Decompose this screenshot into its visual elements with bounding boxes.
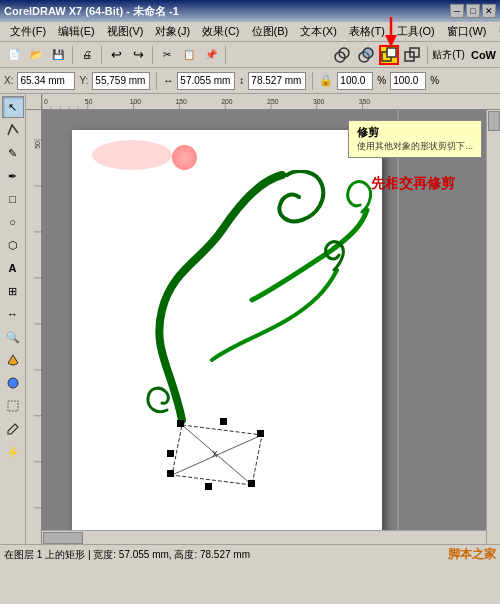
table-tool[interactable]: ⊞ [2,280,24,302]
freehand-tool[interactable]: ✎ [2,142,24,164]
svg-text:200: 200 [221,98,233,105]
new-btn[interactable]: 📄 [4,45,24,65]
svg-text:150: 150 [176,98,188,105]
percent-h: % [430,75,439,86]
smart-fill-tool[interactable] [2,372,24,394]
svg-rect-48 [257,430,264,437]
svg-rect-46 [177,420,184,427]
svg-rect-47 [220,418,227,425]
scale-w-input[interactable] [337,72,373,90]
trim-btn[interactable] [379,45,399,65]
sep2 [101,46,102,64]
rect-tool[interactable]: □ [2,188,24,210]
svg-point-3 [363,48,373,58]
x-label: X: [4,75,13,86]
selected-rectangle[interactable]: x [152,405,282,505]
menu-text[interactable]: 文本(X) [294,23,343,40]
paste-btn[interactable]: 📌 [201,45,221,65]
menu-bitmap[interactable]: 位图(B) [246,23,295,40]
menu-effects[interactable]: 效果(C) [196,23,245,40]
menu-object[interactable]: 对象(J) [149,23,196,40]
menu-view[interactable]: 视图(V) [101,23,150,40]
selected-object-area: x [152,405,282,505]
fill-tool[interactable] [2,349,24,371]
node-tool[interactable] [2,119,24,141]
menu-window[interactable]: 窗口(W) [441,23,493,40]
svg-text:350: 350 [359,98,371,105]
menu-edit[interactable]: 编辑(E) [52,23,101,40]
svg-rect-50 [167,470,174,477]
interactive-tool[interactable]: ⚡ [2,441,24,463]
svg-text:100: 100 [130,98,142,105]
y-label: Y: [79,75,88,86]
x-input[interactable] [17,72,75,90]
open-btn[interactable]: 📂 [26,45,46,65]
menu-file[interactable]: 文件(F) [4,23,52,40]
menu-bar: 文件(F) 编辑(E) 视图(V) 对象(J) 效果(C) 位图(B) 文本(X… [0,22,500,42]
menu-help[interactable]: 帮助(H) [493,23,501,40]
sep5 [427,46,428,64]
select-tool[interactable]: ↖ [2,96,24,118]
vine-artwork [102,170,372,430]
weld-btn[interactable] [331,44,353,66]
scroll-thumb-h[interactable] [43,532,83,544]
svg-rect-52 [205,483,212,490]
watermark: 脚本之家 [448,546,496,563]
scrollbar-vertical[interactable] [486,110,500,544]
canvas-scroll[interactable]: x 修剪 使用其他对象的形状剪切下... [42,110,500,544]
scale-h-input[interactable] [390,72,426,90]
status-bar: 在图层 1 上的矩形 | 宽度: 57.055 mm, 高度: 78.527 m… [0,544,500,564]
pink-circle [172,145,197,170]
zoom-tool[interactable]: 🔍 [2,326,24,348]
undo-btn[interactable]: ↩ [106,45,126,65]
svg-text:50: 50 [85,98,93,105]
minimize-button[interactable]: ─ [450,4,464,18]
text-tool[interactable]: A [2,257,24,279]
pen-tool[interactable]: ✒ [2,165,24,187]
svg-rect-49 [167,450,174,457]
document-page: x [72,130,382,544]
w-icon: ↔ [163,75,173,86]
sep4 [225,46,226,64]
page-right-border [397,110,399,544]
h-icon: ↕ [239,75,244,86]
scrollbar-horizontal[interactable] [42,530,486,544]
svg-text:50: 50 [34,141,41,149]
scroll-thumb-v[interactable] [488,111,500,131]
redo-btn[interactable]: ↪ [128,45,148,65]
tooltip-desc: 使用其他对象的形状剪切下... [357,140,473,153]
annotation-label: 先相交再修剪 [371,175,455,193]
copy-btn[interactable]: 📋 [179,45,199,65]
print-btn[interactable]: 🖨 [77,45,97,65]
svg-text:0: 0 [44,98,48,105]
snap-label: 贴齐(T) [432,48,465,62]
prop-bar: X: Y: ↔ ↕ 🔒 % % [0,68,500,94]
color-eyedropper[interactable] [2,418,24,440]
ruler-vertical: 50 [26,94,42,544]
ellipse-tool[interactable]: ○ [2,211,24,233]
ruler-corner [26,94,42,110]
maximize-button[interactable]: □ [466,4,480,18]
polygon-tool[interactable]: ⬡ [2,234,24,256]
save-btn[interactable]: 💾 [48,45,68,65]
svg-marker-7 [385,35,397,47]
status-text: 在图层 1 上的矩形 | 宽度: 57.055 mm, 高度: 78.527 m… [4,548,250,562]
percent-w: % [377,75,386,86]
toolbar-1: 📄 📂 💾 🖨 ↩ ↪ ✂ 📋 📌 [0,42,500,68]
main-area: ↖ ✎ ✒ □ ○ ⬡ A ⊞ ↔ 🔍 ⚡ [0,94,500,544]
lock-icon: 🔒 [319,74,333,87]
transparency-tool[interactable] [2,395,24,417]
tooltip-title: 修剪 [357,125,473,140]
w-input[interactable] [177,72,235,90]
close-button[interactable]: ✕ [482,4,496,18]
dimension-tool[interactable]: ↔ [2,303,24,325]
h-input[interactable] [248,72,306,90]
intersect-btn[interactable] [355,44,377,66]
decorative-shape [92,140,172,170]
cut-btn[interactable]: ✂ [157,45,177,65]
y-input[interactable] [92,72,150,90]
title-bar-buttons: ─ □ ✕ [450,4,496,18]
simplify-btn[interactable] [401,44,423,66]
canvas-area[interactable]: 0 50 100 150 200 250 300 350 [26,94,500,544]
title-bar: CorelDRAW X7 (64-Bit) - 未命名 -1 ─ □ ✕ [0,0,500,22]
